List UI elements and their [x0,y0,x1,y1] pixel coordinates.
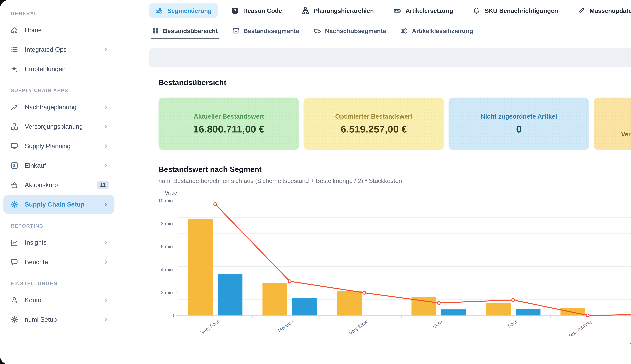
home-icon [10,26,18,34]
sidebar-section-label: GENERAL [0,2,118,20]
section-title: Bestandswert nach Segment [158,165,262,174]
tab-label: Artikelklassifizierung [412,28,473,34]
sidebar-item-konto[interactable]: Konto [4,291,114,310]
chevron-right-icon [103,143,109,149]
nachfrageplanung-icon [10,103,18,111]
svg-text:Value: Value [165,190,177,196]
tab-segmentierung[interactable]: Segmentierung [149,3,218,18]
svg-text:0: 0 [172,313,174,318]
sidebar-item-versorgungsplanung[interactable]: Versorgungsplanung [4,117,114,136]
insights-icon [10,238,18,247]
sidebar-section-label: SUPPLY CHAIN APPS [0,79,118,97]
chevron-right-icon [103,162,109,169]
svg-text:2 mio.: 2 mio. [161,290,174,295]
chevron-right-icon [103,297,109,303]
tab-label: Massenupdates [590,7,631,14]
integrated-ops-icon [10,46,18,54]
tab-sku-benachrichtigungen[interactable]: SKU Benachrichtigungen [466,3,564,18]
filter-bar[interactable]: Filter [149,48,631,67]
section-subtitle: numi Bestände berechnen sich aus (Sicher… [158,177,631,184]
svg-text:4 mio.: 4 mio. [161,267,174,272]
main-content: Segmentierung?Reason CodePlanungshierarc… [118,0,631,364]
stat-card-value: 0 [516,124,522,135]
stat-cards: Aktueller Bestandswert16.800.711,00 €Opt… [158,98,631,150]
einkauf-icon: $ [10,161,18,170]
tab-label: Artikelersetzung [406,7,453,14]
segment-chart: 05 mio.10 mio.15 mio.20 mio.25 mio.30 mi… [158,189,631,346]
svg-text:10 mio.: 10 mio. [158,198,174,204]
sidebar-item-supply-planning[interactable]: Supply Planning [4,136,114,156]
sidebar-item-label: Insights [25,239,96,246]
empfehlungen-icon [10,65,18,73]
content-card: Filter Bestandsübersicht Aktueller Besta… [149,48,631,364]
supply-chain-setup-icon [10,200,18,208]
sidebar-item-label: numi Setup [25,316,96,323]
sidebar-item-label: Nachfrageplanung [25,104,96,111]
tab-artikelersetzung[interactable]: NEWArtikelersetzung [387,3,459,18]
segment-header: Bestandswert nach Segment Umsatz [158,165,631,174]
tab-artikelklassifizierung[interactable]: Artikelklassifizierung [400,23,474,39]
sidebar-item-label: Versorgungsplanung [25,123,96,130]
svg-text:Non-moving: Non-moving [568,319,592,338]
svg-text:Fast: Fast [507,319,518,329]
chevron-right-icon [103,316,109,323]
berichte-icon [10,258,18,266]
truck-icon [314,27,321,34]
svg-text:Very Fast: Very Fast [200,319,220,335]
tab-reason-code[interactable]: ?Reason Code [225,3,288,18]
svg-text:Slow with High FCA: Slow with High FCA [628,319,631,344]
sidebar-item-aktionskorb[interactable]: Aktionskorb11 [4,176,114,194]
sidebar-item-label: Supply Chain Setup [25,201,96,208]
svg-text:Slow: Slow [432,319,443,329]
tab-label: Planungshierarchien [314,7,374,14]
sidebar-item-empfehlungen[interactable]: Empfehlungen [4,60,114,78]
sidebar-item-integrated-ops[interactable]: Integrated Ops [4,40,114,59]
stat-card-nicht-zugeordnete-artikel: Nicht zugeordnete Artikel0 [448,98,589,150]
supply-planning-icon [10,142,18,150]
svg-text:Very Slow: Very Slow [348,319,369,336]
sliders-icon [155,7,163,15]
sidebar-item-label: Konto [25,296,96,304]
sidebar-item-label: Aktionskorb [25,181,90,188]
box-icon [232,27,240,34]
stat-card-title: Aktueller Bestandswert [194,113,264,120]
sidebar-item-label: Berichte [25,258,96,266]
chevron-right-icon [103,201,109,208]
tab-nachschubsegmente[interactable]: Nachschubsegmente [313,23,387,39]
sidebar-item-einkauf[interactable]: $Einkauf [4,156,114,175]
svg-text:NEW: NEW [394,10,400,12]
sidebar-section: REPORTINGInsightsBerichte [0,214,118,272]
versorgungsplanung-icon [10,122,18,131]
tab-bestandssegmente[interactable]: Bestandssegmente [231,23,300,39]
tab-bestandsuebersicht[interactable]: Bestandsübersicht [151,23,219,39]
sidebar-item-home[interactable]: Home [4,20,114,40]
tab-planungshierarchien[interactable]: Planungshierarchien [295,3,380,18]
sidebar-section: SUPPLY CHAIN APPSNachfrageplanungVersorg… [0,79,118,214]
question-square-icon: ? [231,7,239,15]
numi-setup-icon [10,316,18,324]
sidebar-item-label: Einkauf [25,162,96,169]
sidebar-item-nachfrageplanung[interactable]: Nachfrageplanung [4,98,114,116]
sidebar-item-label: Empfehlungen [25,65,109,73]
svg-text:6 mio.: 6 mio. [161,244,174,249]
tab-massenupdates[interactable]: Massenupdates [571,3,631,18]
hierarchy-icon [302,7,309,15]
primary-tabs: Segmentierung?Reason CodePlanungshierarc… [149,3,631,18]
sidebar: GENERALHomeIntegrated OpsEmpfehlungenSUP… [0,0,118,364]
sliders-icon [401,27,408,34]
bell-icon [472,7,480,15]
sidebar-item-berichte[interactable]: Berichte [4,252,114,272]
tab-label: Reason Code [243,7,282,14]
app-window: GENERALHomeIntegrated OpsEmpfehlungenSUP… [0,0,631,364]
sidebar-section: GENERALHomeIntegrated OpsEmpfehlungen [0,2,118,78]
sidebar-item-label: Supply Planning [25,142,96,150]
sidebar-item-supply-chain-setup[interactable]: Supply Chain Setup [4,195,114,214]
svg-text:8 mio.: 8 mio. [161,221,174,226]
tab-label: Bestandssegmente [244,28,299,34]
sidebar-item-numi-setup[interactable]: numi Setup [4,310,114,329]
sidebar-section-label: REPORTING [0,214,118,232]
sidebar-item-insights[interactable]: Insights [4,233,114,252]
chevron-right-icon [103,239,109,246]
tab-label: Bestandsübersicht [163,28,218,34]
secondary-tabs: BestandsübersichtBestandssegmenteNachsch… [149,23,631,39]
